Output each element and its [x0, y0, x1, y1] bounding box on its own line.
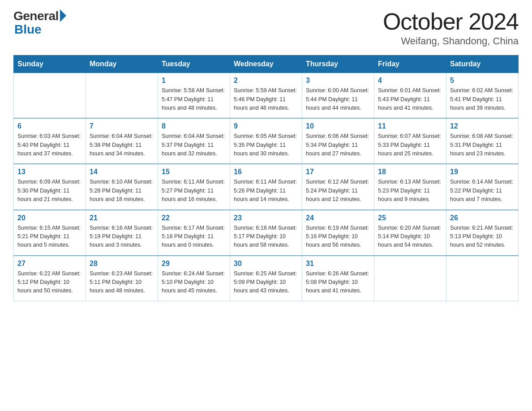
day-info: Sunrise: 6:11 AM Sunset: 5:27 PM Dayligh… — [162, 178, 226, 204]
calendar-day-cell: 23Sunrise: 6:18 AM Sunset: 5:17 PM Dayli… — [230, 210, 302, 256]
day-number: 20 — [17, 214, 82, 222]
calendar-week-row: 1Sunrise: 5:58 AM Sunset: 5:47 PM Daylig… — [14, 73, 519, 119]
day-info: Sunrise: 6:19 AM Sunset: 5:16 PM Dayligh… — [306, 224, 370, 250]
day-number: 21 — [90, 214, 154, 222]
calendar-day-cell — [374, 256, 446, 301]
calendar-day-cell: 9Sunrise: 6:05 AM Sunset: 5:35 PM Daylig… — [230, 118, 302, 164]
day-info: Sunrise: 6:03 AM Sunset: 5:40 PM Dayligh… — [17, 132, 82, 158]
calendar-day-cell: 8Sunrise: 6:04 AM Sunset: 5:37 PM Daylig… — [158, 118, 230, 164]
day-info: Sunrise: 6:20 AM Sunset: 5:14 PM Dayligh… — [378, 224, 442, 250]
calendar-day-cell: 27Sunrise: 6:22 AM Sunset: 5:12 PM Dayli… — [14, 256, 86, 301]
day-info: Sunrise: 6:11 AM Sunset: 5:26 PM Dayligh… — [234, 178, 298, 204]
day-number: 14 — [90, 168, 154, 176]
calendar-day-cell: 17Sunrise: 6:12 AM Sunset: 5:24 PM Dayli… — [302, 164, 374, 210]
calendar-col-header: Sunday — [14, 56, 86, 73]
day-number: 23 — [234, 214, 298, 222]
day-info: Sunrise: 6:24 AM Sunset: 5:10 PM Dayligh… — [162, 270, 226, 295]
calendar-day-cell: 6Sunrise: 6:03 AM Sunset: 5:40 PM Daylig… — [14, 118, 86, 164]
day-info: Sunrise: 6:01 AM Sunset: 5:43 PM Dayligh… — [378, 86, 442, 112]
day-number: 12 — [450, 122, 515, 130]
day-info: Sunrise: 6:16 AM Sunset: 5:19 PM Dayligh… — [90, 224, 154, 250]
day-info: Sunrise: 6:17 AM Sunset: 5:18 PM Dayligh… — [162, 224, 226, 250]
day-info: Sunrise: 5:59 AM Sunset: 5:46 PM Dayligh… — [234, 86, 298, 112]
calendar-col-header: Friday — [374, 56, 446, 73]
day-number: 3 — [306, 77, 370, 85]
calendar-header-row: SundayMondayTuesdayWednesdayThursdayFrid… — [14, 56, 519, 73]
day-number: 11 — [378, 122, 442, 130]
calendar-table: SundayMondayTuesdayWednesdayThursdayFrid… — [13, 55, 519, 301]
calendar-col-header: Thursday — [302, 56, 374, 73]
calendar-day-cell: 13Sunrise: 6:09 AM Sunset: 5:30 PM Dayli… — [14, 164, 86, 210]
day-number: 8 — [162, 122, 226, 130]
day-number: 28 — [90, 260, 154, 268]
logo: General Blue — [13, 9, 66, 37]
calendar-day-cell: 18Sunrise: 6:13 AM Sunset: 5:23 PM Dayli… — [374, 164, 446, 210]
calendar-day-cell: 26Sunrise: 6:21 AM Sunset: 5:13 PM Dayli… — [446, 210, 519, 256]
calendar-day-cell: 3Sunrise: 6:00 AM Sunset: 5:44 PM Daylig… — [302, 73, 374, 119]
calendar-day-cell: 1Sunrise: 5:58 AM Sunset: 5:47 PM Daylig… — [158, 73, 230, 119]
calendar-day-cell — [14, 73, 86, 119]
day-info: Sunrise: 6:05 AM Sunset: 5:35 PM Dayligh… — [234, 132, 298, 158]
calendar-day-cell: 12Sunrise: 6:08 AM Sunset: 5:31 PM Dayli… — [446, 118, 519, 164]
day-info: Sunrise: 6:09 AM Sunset: 5:30 PM Dayligh… — [17, 178, 82, 204]
calendar-day-cell: 21Sunrise: 6:16 AM Sunset: 5:19 PM Dayli… — [86, 210, 158, 256]
calendar-day-cell: 30Sunrise: 6:25 AM Sunset: 5:09 PM Dayli… — [230, 256, 302, 301]
calendar-day-cell: 16Sunrise: 6:11 AM Sunset: 5:26 PM Dayli… — [230, 164, 302, 210]
logo-general-text: General — [13, 9, 59, 23]
calendar-day-cell: 7Sunrise: 6:04 AM Sunset: 5:38 PM Daylig… — [86, 118, 158, 164]
day-info: Sunrise: 6:21 AM Sunset: 5:13 PM Dayligh… — [450, 224, 515, 250]
page-header: General Blue October 2024 Weifang, Shand… — [13, 9, 519, 47]
day-info: Sunrise: 6:14 AM Sunset: 5:22 PM Dayligh… — [450, 178, 515, 204]
day-number: 10 — [306, 122, 370, 130]
calendar-day-cell: 19Sunrise: 6:14 AM Sunset: 5:22 PM Dayli… — [446, 164, 519, 210]
day-number: 26 — [450, 214, 515, 222]
day-info: Sunrise: 6:02 AM Sunset: 5:41 PM Dayligh… — [450, 86, 515, 112]
day-info: Sunrise: 6:00 AM Sunset: 5:44 PM Dayligh… — [306, 86, 370, 112]
day-info: Sunrise: 6:06 AM Sunset: 5:34 PM Dayligh… — [306, 132, 370, 158]
calendar-day-cell — [86, 73, 158, 119]
calendar-day-cell: 2Sunrise: 5:59 AM Sunset: 5:46 PM Daylig… — [230, 73, 302, 119]
day-info: Sunrise: 6:04 AM Sunset: 5:37 PM Dayligh… — [162, 132, 226, 158]
day-info: Sunrise: 6:10 AM Sunset: 5:28 PM Dayligh… — [90, 178, 154, 204]
calendar-day-cell: 15Sunrise: 6:11 AM Sunset: 5:27 PM Dayli… — [158, 164, 230, 210]
calendar-day-cell — [446, 256, 519, 301]
calendar-col-header: Tuesday — [158, 56, 230, 73]
calendar-day-cell: 31Sunrise: 6:26 AM Sunset: 5:08 PM Dayli… — [302, 256, 374, 301]
calendar-day-cell: 24Sunrise: 6:19 AM Sunset: 5:16 PM Dayli… — [302, 210, 374, 256]
day-number: 2 — [234, 77, 298, 85]
calendar-day-cell: 29Sunrise: 6:24 AM Sunset: 5:10 PM Dayli… — [158, 256, 230, 301]
day-number: 7 — [90, 122, 154, 130]
day-info: Sunrise: 6:22 AM Sunset: 5:12 PM Dayligh… — [17, 270, 82, 295]
calendar-week-row: 20Sunrise: 6:15 AM Sunset: 5:21 PM Dayli… — [14, 210, 519, 256]
logo-arrow-icon — [60, 9, 66, 22]
calendar-day-cell: 25Sunrise: 6:20 AM Sunset: 5:14 PM Dayli… — [374, 210, 446, 256]
calendar-col-header: Saturday — [446, 56, 519, 73]
calendar-day-cell: 20Sunrise: 6:15 AM Sunset: 5:21 PM Dayli… — [14, 210, 86, 256]
day-number: 13 — [17, 168, 82, 176]
calendar-day-cell: 4Sunrise: 6:01 AM Sunset: 5:43 PM Daylig… — [374, 73, 446, 119]
calendar-day-cell: 10Sunrise: 6:06 AM Sunset: 5:34 PM Dayli… — [302, 118, 374, 164]
day-number: 19 — [450, 168, 515, 176]
calendar-day-cell: 14Sunrise: 6:10 AM Sunset: 5:28 PM Dayli… — [86, 164, 158, 210]
logo-top: General — [13, 9, 66, 23]
calendar-body: 1Sunrise: 5:58 AM Sunset: 5:47 PM Daylig… — [14, 73, 519, 301]
day-number: 31 — [306, 260, 370, 268]
day-number: 29 — [162, 260, 226, 268]
day-number: 1 — [162, 77, 226, 85]
day-info: Sunrise: 6:15 AM Sunset: 5:21 PM Dayligh… — [17, 224, 82, 250]
day-number: 17 — [306, 168, 370, 176]
day-info: Sunrise: 6:18 AM Sunset: 5:17 PM Dayligh… — [234, 224, 298, 250]
calendar-day-cell: 11Sunrise: 6:07 AM Sunset: 5:33 PM Dayli… — [374, 118, 446, 164]
day-info: Sunrise: 6:25 AM Sunset: 5:09 PM Dayligh… — [234, 270, 298, 295]
day-info: Sunrise: 6:07 AM Sunset: 5:33 PM Dayligh… — [378, 132, 442, 158]
day-info: Sunrise: 6:04 AM Sunset: 5:38 PM Dayligh… — [90, 132, 154, 158]
calendar-week-row: 13Sunrise: 6:09 AM Sunset: 5:30 PM Dayli… — [14, 164, 519, 210]
day-number: 9 — [234, 122, 298, 130]
day-number: 5 — [450, 77, 515, 85]
day-number: 22 — [162, 214, 226, 222]
logo-blue-text: Blue — [14, 22, 42, 37]
calendar-col-header: Monday — [86, 56, 158, 73]
calendar-day-cell: 28Sunrise: 6:23 AM Sunset: 5:11 PM Dayli… — [86, 256, 158, 301]
day-info: Sunrise: 6:12 AM Sunset: 5:24 PM Dayligh… — [306, 178, 370, 204]
day-info: Sunrise: 5:58 AM Sunset: 5:47 PM Dayligh… — [162, 86, 226, 112]
